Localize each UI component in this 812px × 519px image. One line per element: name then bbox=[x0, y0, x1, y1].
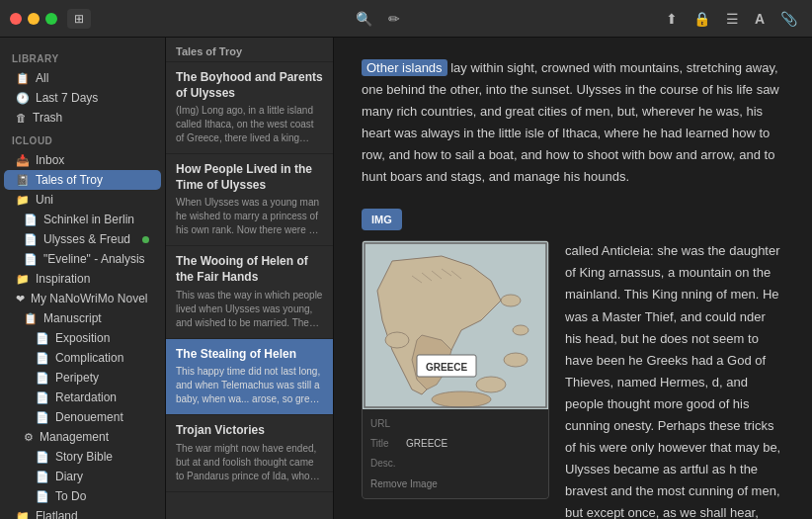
titlebar: ⊞ 🔍 ✏ ⬆ 🔒 ☰ A 📎 bbox=[0, 0, 812, 38]
sidebar-item-label: My NaNoWriMo Novel bbox=[31, 292, 147, 305]
green-dot bbox=[142, 236, 149, 243]
titlebar-right: ⬆ 🔒 ☰ A 📎 bbox=[661, 8, 802, 30]
svg-point-4 bbox=[513, 325, 528, 335]
sidebar-item-uni[interactable]: 📁 Uni bbox=[4, 190, 161, 210]
sidebar-item-label: Diary bbox=[55, 470, 83, 483]
sidebar-item-peripety[interactable]: 📄 Peripety bbox=[4, 368, 161, 388]
sidebar-item-label: Peripety bbox=[55, 371, 99, 385]
sidebar-item-label: Uni bbox=[36, 193, 53, 207]
trash-icon: 🗑 bbox=[16, 112, 27, 124]
doc-icon: 📄 bbox=[24, 253, 38, 266]
lock-icon[interactable]: 🔒 bbox=[689, 8, 715, 30]
share-icon[interactable]: ⬆ bbox=[661, 8, 683, 30]
note-item-boyhood[interactable]: The Boyhood and Parents of Ulysses (Img)… bbox=[166, 62, 333, 154]
sidebar-item-management[interactable]: ⚙ Management bbox=[4, 427, 161, 447]
sidebar-item-trash[interactable]: 🗑 Trash bbox=[4, 108, 161, 128]
sidebar-item-label: Schinkel in Berlin bbox=[43, 213, 134, 226]
img-badge[interactable]: IMG bbox=[362, 209, 402, 231]
library-section-label: Library bbox=[0, 45, 165, 68]
note-preview: This was the way in which people lived w… bbox=[176, 289, 323, 330]
sidebar-item-tales[interactable]: 📓 Tales of Troy bbox=[4, 170, 161, 190]
sidebar-item-todo[interactable]: 📄 To Do bbox=[4, 486, 161, 506]
sidebar-item-storybible[interactable]: 📄 Story Bible bbox=[4, 447, 161, 467]
text-icon[interactable]: A bbox=[750, 8, 770, 30]
sidebar-item-manuscript[interactable]: 📋 Manuscript bbox=[4, 308, 161, 328]
notes-list-header: Tales of Troy bbox=[166, 38, 333, 62]
map-image: GREECE bbox=[363, 241, 548, 409]
sidebar-item-label: Denouement bbox=[55, 410, 123, 424]
note-preview: (Img) Long ago, in a little island calle… bbox=[176, 104, 323, 145]
sidebar-item-schinkel[interactable]: 📄 Schinkel in Berlin bbox=[4, 210, 161, 229]
meta-title-row: Title GREECE bbox=[370, 435, 540, 452]
sidebar-item-inspiration[interactable]: 📁 Inspiration bbox=[4, 269, 161, 289]
sidebar-item-diary[interactable]: 📄 Diary bbox=[4, 467, 161, 486]
sidebar-toggle-button[interactable]: ⊞ bbox=[67, 9, 91, 29]
sidebar-item-denouement[interactable]: 📄 Denouement bbox=[4, 407, 161, 427]
meta-desc-row: Desc. bbox=[370, 455, 540, 472]
note-item-stealing[interactable]: The Stealing of Helen This happy time di… bbox=[166, 339, 333, 416]
note-preview: When Ulysses was a young man he wished t… bbox=[176, 196, 323, 237]
editor-area[interactable]: Other islands lay within sight, crowned … bbox=[334, 38, 812, 519]
note-title: How People Lived in the Time of Ulysses bbox=[176, 162, 323, 193]
list-icon[interactable]: ☰ bbox=[721, 8, 744, 30]
clock-icon: 🕐 bbox=[16, 92, 30, 105]
traffic-lights bbox=[10, 13, 57, 25]
sidebar-item-all[interactable]: 📋 All bbox=[4, 68, 161, 88]
icloud-section-label: iCloud bbox=[0, 128, 165, 150]
maximize-button[interactable] bbox=[45, 13, 57, 25]
sidebar: Library 📋 All 🕐 Last 7 Days 🗑 Trash iClo… bbox=[0, 38, 166, 519]
sidebar-item-label: "Eveline" - Analysis bbox=[43, 252, 145, 266]
note-item-trojan[interactable]: Trojan Victories The war might now have … bbox=[166, 415, 333, 492]
sidebar-item-label: Manuscript bbox=[43, 311, 102, 325]
gear-icon: ⚙ bbox=[24, 431, 34, 444]
uni-icon: 📁 bbox=[16, 194, 30, 207]
image-container[interactable]: GREECE URL bbox=[362, 240, 549, 499]
sidebar-item-label: Exposition bbox=[55, 331, 110, 345]
sidebar-item-label: Trash bbox=[33, 111, 62, 125]
remove-image-link[interactable]: Remove Image bbox=[370, 476, 540, 492]
search-icon[interactable]: 🔍 bbox=[351, 8, 377, 30]
paragraph-1-text: lay within sight, crowned with mountains… bbox=[362, 60, 779, 184]
sidebar-item-label: Complication bbox=[55, 351, 123, 365]
close-button[interactable] bbox=[10, 13, 22, 25]
sidebar-item-label: To Do bbox=[55, 489, 86, 503]
doc-icon: 📄 bbox=[36, 332, 49, 345]
sidebar-item-label: Last 7 Days bbox=[36, 91, 98, 105]
doc-icon: 📄 bbox=[36, 451, 49, 464]
compose-icon[interactable]: ✏ bbox=[383, 8, 405, 30]
doc-icon: 📄 bbox=[36, 490, 49, 503]
doc-icon: 📄 bbox=[36, 471, 49, 483]
sidebar-item-label: Flatland bbox=[36, 509, 78, 519]
sidebar-item-flatland[interactable]: 📁 Flatland bbox=[4, 506, 161, 519]
note-item-wooing[interactable]: The Wooing of Helen of the Fair Hands Th… bbox=[166, 246, 333, 338]
svg-point-6 bbox=[476, 377, 506, 392]
svg-text:GREECE: GREECE bbox=[426, 362, 468, 373]
sidebar-item-ulysses-freud[interactable]: 📄 Ulysses & Freud bbox=[4, 229, 161, 249]
sidebar-item-inbox[interactable]: 📥 Inbox bbox=[4, 150, 161, 170]
sidebar-item-eveline[interactable]: 📄 "Eveline" - Analysis bbox=[4, 249, 161, 269]
note-title: The Wooing of Helen of the Fair Hands bbox=[176, 254, 323, 285]
sidebar-item-exposition[interactable]: 📄 Exposition bbox=[4, 328, 161, 348]
meta-url-row: URL bbox=[370, 415, 540, 432]
titlebar-center: 🔍 ✏ bbox=[95, 8, 661, 30]
doc-icon: 📄 bbox=[24, 233, 38, 246]
main-layout: Library 📋 All 🕐 Last 7 Days 🗑 Trash iClo… bbox=[0, 38, 812, 519]
sidebar-item-label: Inbox bbox=[36, 153, 64, 167]
paragraph-1: Other islands lay within sight, crowned … bbox=[362, 57, 784, 189]
editor-text: Other islands lay within sight, crowned … bbox=[362, 57, 784, 519]
svg-point-3 bbox=[501, 295, 521, 306]
all-icon: 📋 bbox=[16, 72, 30, 85]
doc-icon: 📄 bbox=[36, 411, 49, 424]
sidebar-item-nanowrimo[interactable]: ❤ My NaNoWriMo Novel bbox=[4, 289, 161, 308]
attach-icon[interactable]: 📎 bbox=[775, 8, 802, 30]
note-preview: This happy time did not last long, and w… bbox=[176, 365, 323, 406]
sidebar-item-retardation[interactable]: 📄 Retardation bbox=[4, 388, 161, 407]
sidebar-item-complication[interactable]: 📄 Complication bbox=[4, 348, 161, 368]
note-item-how-people[interactable]: How People Lived in the Time of Ulysses … bbox=[166, 154, 333, 246]
sidebar-item-label: Inspiration bbox=[36, 272, 90, 286]
note-preview: The war might now have ended, but at and… bbox=[176, 442, 323, 483]
svg-point-5 bbox=[504, 353, 528, 367]
notes-list: Tales of Troy The Boyhood and Parents of… bbox=[166, 38, 334, 519]
sidebar-item-last7[interactable]: 🕐 Last 7 Days bbox=[4, 88, 161, 108]
minimize-button[interactable] bbox=[28, 13, 40, 25]
